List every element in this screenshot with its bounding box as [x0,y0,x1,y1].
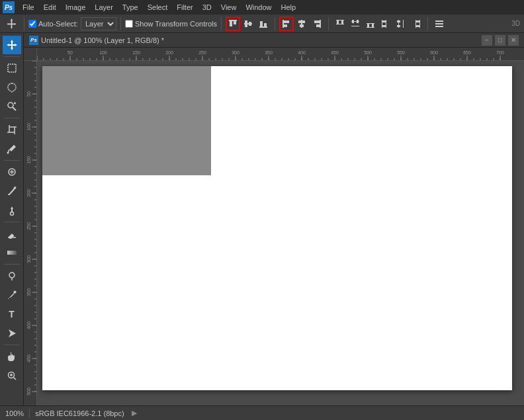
svg-rect-37 [397,21,400,22]
move-tool-button[interactable] [3,36,21,54]
zoom-tool-button[interactable] [3,366,21,385]
doc-close-button[interactable]: ✕ [508,35,519,46]
distribute-top-button[interactable] [333,17,347,31]
svg-rect-19 [336,20,344,21]
path-select-tool-button[interactable] [3,324,21,343]
menu-select[interactable]: Select [144,2,172,13]
svg-rect-31 [382,20,382,28]
tool-separator-1 [4,56,20,57]
svg-point-68 [9,273,15,278]
clone-stamp-tool-button[interactable] [3,201,21,220]
separator-4 [275,17,275,30]
3d-label: 3D [511,20,520,27]
svg-point-57 [7,152,9,154]
menu-layer[interactable]: Layer [91,2,117,13]
status-bar: 100% sRGB IEC61966-2.1 (8bpc) ▶ [0,405,524,420]
svg-rect-6 [249,22,251,26]
zoom-level: 100% [5,409,24,417]
align-group-2 [279,17,324,31]
separator-6 [427,17,428,30]
doc-controls: − □ ✕ [482,35,519,46]
menu-view[interactable]: View [217,2,241,13]
svg-rect-21 [337,21,339,24]
svg-rect-2 [230,21,232,26]
ruler-left [24,61,37,405]
svg-marker-72 [9,329,16,337]
distribute-vc-button[interactable] [348,17,363,31]
tool-separator-6 [4,345,20,345]
gradient-tool-button[interactable] [3,243,21,262]
svg-rect-17 [314,21,320,23]
menu-file[interactable]: File [19,2,38,13]
layer-rect [42,66,211,175]
options-bar: Auto-Select: Layer Show Transform Contro… [0,15,524,33]
svg-rect-7 [259,26,267,28]
menu-image[interactable]: Image [62,2,90,13]
svg-point-70 [13,291,16,294]
crop-tool-button[interactable] [3,120,21,139]
svg-rect-10 [283,20,284,28]
healing-brush-tool-button[interactable] [3,163,21,181]
move-tool-icon [4,16,20,32]
separator-5 [328,17,329,30]
menu-filter[interactable]: Filter [173,2,196,13]
doc-title-left: Ps Untitled-1 @ 100% (Layer 1, RGB/8) * [29,36,164,45]
menu-help[interactable]: Help [277,2,300,13]
align-vertical-centers-button[interactable] [241,17,255,31]
svg-rect-9 [264,23,267,26]
tool-separator-4 [4,222,20,222]
svg-marker-0 [7,18,17,28]
doc-minimize-button[interactable]: − [482,35,492,46]
canvas-content[interactable] [24,48,524,405]
show-transform-checkbox[interactable] [125,20,133,28]
svg-rect-11 [284,21,289,23]
status-divider [29,409,30,418]
menu-type[interactable]: Type [118,2,142,13]
separator-3 [221,17,222,30]
align-horizontal-centers-button[interactable] [294,17,309,31]
eraser-tool-button[interactable] [3,224,21,243]
hand-tool-button[interactable] [3,347,21,366]
distribute-bottom-button[interactable] [363,17,378,31]
pen-tool-button[interactable] [3,286,21,304]
eyedropper-tool-button[interactable] [3,140,21,158]
svg-rect-3 [234,21,236,24]
canvas-area: Ps Untitled-1 @ 100% (Layer 1, RGB/8) * … [24,33,524,405]
tool-separator-3 [4,160,20,161]
canvas-viewport[interactable] [37,61,524,405]
svg-line-71 [8,298,9,299]
distribute-left-button[interactable] [378,17,393,31]
lasso-tool-button[interactable] [3,78,21,97]
align-bottom-edges-button[interactable] [256,17,271,31]
app-logo: Ps [3,1,15,13]
document-titlebar: Ps Untitled-1 @ 100% (Layer 1, RGB/8) * … [24,33,524,48]
layer-dropdown[interactable]: Layer [81,17,116,30]
svg-rect-34 [382,25,386,27]
align-left-edges-button[interactable] [279,17,294,31]
brush-tool-button[interactable] [3,182,21,200]
marquee-tool-button[interactable] [3,59,21,77]
doc-maximize-button[interactable]: □ [495,35,505,46]
distribute-group [333,17,423,31]
align-right-edges-button[interactable] [310,17,324,31]
distribute-hc-button[interactable] [394,17,408,31]
menu-3d[interactable]: 3D [198,2,216,13]
dodge-tool-button[interactable] [3,267,21,285]
auto-select-checkbox[interactable] [28,20,36,28]
extras-button[interactable] [432,17,447,31]
align-group [226,17,271,31]
svg-marker-46 [7,40,17,50]
svg-rect-27 [367,23,374,24]
svg-rect-22 [341,21,343,24]
menu-window[interactable]: Window [241,2,275,13]
align-top-edges-button[interactable] [226,17,240,31]
quick-select-tool-button[interactable] [3,97,21,116]
svg-rect-36 [403,20,404,28]
svg-rect-26 [357,20,359,23]
type-tool-button[interactable]: T [3,305,21,323]
distribute-right-button[interactable] [409,17,423,31]
svg-rect-25 [352,20,354,23]
svg-rect-28 [367,27,374,28]
svg-rect-14 [298,21,305,23]
menu-edit[interactable]: Edit [40,2,60,13]
